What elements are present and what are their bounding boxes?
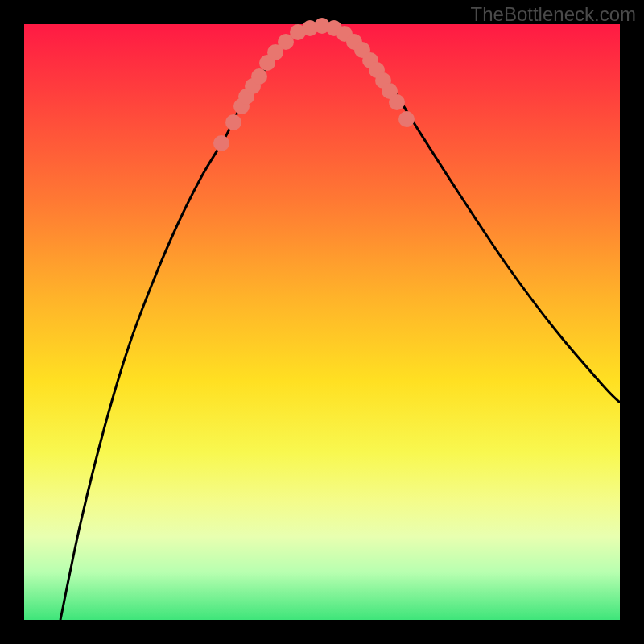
data-marker: [251, 68, 267, 85]
chart-plot-area: [24, 24, 620, 620]
data-marker: [389, 94, 405, 110]
marker-group: [213, 18, 415, 151]
data-marker: [225, 114, 242, 130]
chart-frame: TheBottleneck.com: [0, 0, 644, 644]
watermark-text: TheBottleneck.com: [471, 3, 636, 26]
data-marker: [213, 135, 229, 151]
data-marker: [398, 111, 415, 127]
chart-svg: [24, 24, 620, 620]
bottleneck-curve: [60, 26, 620, 620]
